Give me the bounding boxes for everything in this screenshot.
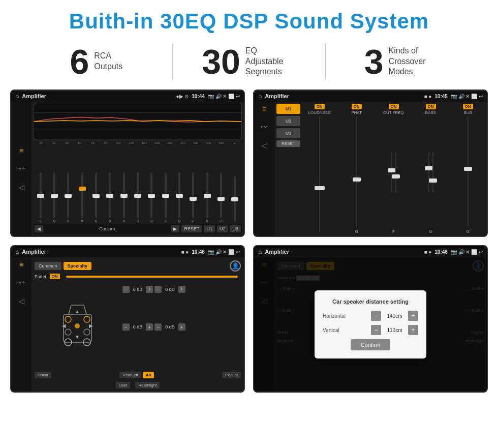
amp-speaker-icon[interactable]: ◁ xyxy=(262,141,267,150)
amp-cutfreq-toggle[interactable]: ON xyxy=(389,104,399,109)
speaker-rl-plus[interactable]: + xyxy=(146,323,153,331)
eq-slider-12: 0 xyxy=(203,172,212,223)
fader-toggle[interactable]: ON xyxy=(50,274,60,279)
speaker-fl-minus[interactable]: − xyxy=(122,286,130,293)
crossover-bottom-buttons: Driver RearLeft All Copilot xyxy=(35,372,241,378)
crossover-tab-specialty[interactable]: Specialty xyxy=(64,262,92,270)
crossover-user-icon[interactable]: 👤 xyxy=(230,260,241,272)
crossover-sidebar: ≡ 〰 ◁ xyxy=(11,257,32,392)
eq-slider-track-5[interactable] xyxy=(109,172,111,218)
eq-slider-track-4[interactable] xyxy=(95,172,97,218)
eq-u2-btn[interactable]: U2 xyxy=(217,225,228,232)
page-title: Buith-in 30EQ DSP Sound System xyxy=(0,0,498,39)
crossover-rearright-btn[interactable]: RearRight xyxy=(135,382,160,389)
crossover-user-btn[interactable]: User xyxy=(116,382,131,389)
crossover-sliders-icon[interactable]: ≡ xyxy=(19,260,23,268)
speaker-fl-plus[interactable]: + xyxy=(146,286,153,293)
crossover-tab-common[interactable]: Common xyxy=(35,262,61,270)
eq-slider-track-8[interactable] xyxy=(150,172,152,218)
stat-label-eq: EQ AdjustableSegments xyxy=(245,46,296,77)
stat-crossover: 3 Kinds ofCrossover Modes xyxy=(336,44,468,79)
car-fader-diagram: − 0 dB + xyxy=(35,281,241,368)
eq-slider-track-12[interactable] xyxy=(206,172,208,218)
crossover-all-btn[interactable]: All xyxy=(143,372,154,378)
amp-u1-btn[interactable]: U1 xyxy=(276,104,300,114)
dialog-vertical-minus[interactable]: − xyxy=(371,325,381,335)
eq-slider-track-1[interactable] xyxy=(53,172,55,218)
eq-prev-btn[interactable]: ◀ xyxy=(35,225,43,232)
eq-slider-track-3[interactable] xyxy=(81,172,83,218)
crossover-driver-btn[interactable]: Driver xyxy=(35,372,51,378)
amp-u2-btn[interactable]: U2 xyxy=(276,116,300,126)
speaker-rl-value: 0 dB xyxy=(133,324,143,330)
speaker-rr-plus[interactable]: + xyxy=(178,323,185,331)
eq-slider-track-14[interactable] xyxy=(234,176,236,222)
dialog-horizontal-stepper: − 140cm + xyxy=(371,311,418,321)
amp-u3-btn[interactable]: U3 xyxy=(276,128,300,138)
dialog-home-icon[interactable]: ⌂ xyxy=(258,248,262,255)
amp-loudness-toggle[interactable]: ON xyxy=(315,104,325,109)
speaker-fr-control: − 0 dB + xyxy=(154,286,241,293)
fader-slider[interactable] xyxy=(66,276,238,278)
eq-play-btn[interactable]: ▶ xyxy=(171,225,179,232)
amp-wave-icon[interactable]: 〰 xyxy=(261,123,268,131)
amp-reset-btn[interactable]: RESET xyxy=(276,140,300,147)
crossover-home-icon[interactable]: ⌂ xyxy=(15,248,19,255)
speaker-fr-plus[interactable]: + xyxy=(178,286,185,293)
crossover-wave-icon[interactable]: 〰 xyxy=(18,279,25,287)
eq-slider-track-13[interactable] xyxy=(220,172,222,218)
eq-slider-track-6[interactable] xyxy=(123,172,125,218)
eq-wave-icon[interactable]: 〰 xyxy=(18,165,25,173)
dialog-screen: ⌂ Amplifier ■ ● 10:46 📷 🔊 ✕ ⬜ ↩ ≡ 〰 ◁ Co… xyxy=(253,245,488,393)
eq-u3-btn[interactable]: U3 xyxy=(230,225,241,232)
eq-reset-btn[interactable]: RESET xyxy=(181,225,202,232)
crossover-rearleft-btn[interactable]: RearLeft xyxy=(119,372,141,378)
amp-phat-toggle[interactable]: ON xyxy=(352,104,362,109)
eq-slider-track-9[interactable] xyxy=(165,172,167,218)
eq-u1-btn[interactable]: U1 xyxy=(204,225,215,232)
stat-divider-1 xyxy=(172,44,173,79)
crossover-tabs: Common Specialty xyxy=(35,262,91,270)
eq-slider-track-11[interactable] xyxy=(192,172,194,218)
crossover-copilot-btn[interactable]: Copilot xyxy=(222,372,241,378)
eq-slider-track-0[interactable] xyxy=(40,172,42,218)
home-icon[interactable]: ⌂ xyxy=(15,93,19,100)
speaker-rr-value: 0 dB xyxy=(165,324,175,330)
eq-preset-custom: Custom xyxy=(45,226,169,231)
eq-speaker-icon[interactable]: ◁ xyxy=(19,183,24,191)
crossover-status-icons-right: 📷 🔊 ✕ ⬜ ↩ xyxy=(208,249,240,255)
speaker-fr-minus[interactable]: − xyxy=(154,286,162,293)
eq-slider-10: 0 xyxy=(175,172,184,223)
amp-sub-col: ON SUB G xyxy=(451,104,485,234)
dialog-vertical-row: Vertical − 110cm + xyxy=(323,325,418,335)
amp-loudness-label: LOUDNESS xyxy=(308,110,330,115)
dialog-vertical-plus[interactable]: + xyxy=(408,325,418,335)
speaker-rr-minus[interactable]: − xyxy=(154,323,162,331)
amp-status-icons-right: 📷 🔊 ✕ ⬜ ↩ xyxy=(451,94,483,99)
dialog-overlay: Car speaker distance setting Horizontal … xyxy=(254,257,487,392)
eq-screen: ⌂ Amplifier ●▶ ⊙ 10:44 📷 🔊 ✕ ⬜ ↩ ≡ 〰 ◁ xyxy=(10,89,245,237)
crossover-speaker-icon[interactable]: ◁ xyxy=(19,297,24,305)
amp-sub-toggle[interactable]: ON xyxy=(463,104,473,109)
amp-bass-toggle[interactable]: ON xyxy=(426,104,436,109)
amp-sliders-icon[interactable]: ≡ xyxy=(262,105,266,113)
dialog-time: 10:46 xyxy=(434,249,448,255)
stat-rca: 6 RCAOutputs xyxy=(30,44,162,79)
eq-sliders-icon[interactable]: ≡ xyxy=(19,146,23,155)
eq-slider-track-7[interactable] xyxy=(137,172,139,218)
dialog-confirm-button[interactable]: Confirm xyxy=(351,339,391,350)
dialog-horizontal-minus[interactable]: − xyxy=(371,311,381,321)
crossover-screen: ⌂ Amplifier ■ ● 10:46 📷 🔊 ✕ ⬜ ↩ ≡ 〰 ◁ Co… xyxy=(10,245,245,393)
dialog-horizontal-label: Horizontal xyxy=(323,313,358,319)
amp-time: 10:45 xyxy=(434,94,448,99)
eq-slider-track-2[interactable] xyxy=(67,172,69,218)
eq-slider-track-10[interactable] xyxy=(178,172,180,218)
speaker-rl-minus[interactable]: − xyxy=(122,323,130,331)
eq-slider-2: 0 xyxy=(64,172,73,223)
amp-home-icon[interactable]: ⌂ xyxy=(258,93,262,100)
stat-number-rca: 6 xyxy=(70,44,89,79)
stat-divider-2 xyxy=(325,44,326,79)
stat-label-rca: RCAOutputs xyxy=(94,51,122,72)
dialog-horizontal-row: Horizontal − 140cm + xyxy=(323,311,418,321)
dialog-horizontal-plus[interactable]: + xyxy=(408,311,418,321)
